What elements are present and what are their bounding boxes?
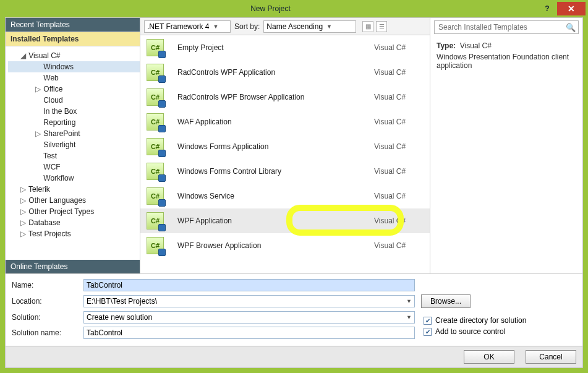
- template-language: Visual C#: [374, 241, 424, 250]
- tree-item[interactable]: Reporting: [8, 117, 140, 128]
- solution-value: Create new solution: [87, 313, 152, 322]
- tree-item[interactable]: ▷ Office: [8, 84, 140, 95]
- tree-item[interactable]: WCF: [8, 161, 140, 173]
- sortby-label: Sort by:: [234, 22, 260, 31]
- create-directory-checkbox[interactable]: ✔ Create directory for solution: [424, 316, 526, 325]
- template-language: Visual C#: [374, 43, 424, 52]
- framework-combo[interactable]: .NET Framework 4 ▼: [144, 20, 231, 33]
- template-name: WAF Application: [174, 118, 374, 126]
- solution-name-field[interactable]: [83, 327, 415, 339]
- twisty-icon: ▷: [35, 85, 41, 93]
- template-list[interactable]: C#Empty ProjectVisual C#C#RadControls WP…: [140, 35, 430, 273]
- chevron-down-icon: ▼: [406, 314, 412, 320]
- view-medium-icon[interactable]: ▦: [362, 21, 373, 32]
- templates-tree: ◢ Visual C# Windows Web▷ Office Cloud In…: [6, 46, 140, 260]
- tree-item[interactable]: ▷ Other Languages: [8, 195, 140, 206]
- solution-combo[interactable]: Create new solution ▼: [83, 311, 415, 324]
- twisty-icon: ▷: [20, 207, 27, 216]
- template-row[interactable]: C#WAF ApplicationVisual C#: [140, 109, 430, 134]
- tree-item[interactable]: Windows: [8, 61, 140, 72]
- framework-value: .NET Framework 4: [147, 22, 209, 31]
- checkbox-icon: ✔: [424, 317, 432, 325]
- tree-item[interactable]: Workflow: [8, 173, 140, 184]
- project-form: Name: Location: E:\HBT\Test Projects\ ▼ …: [6, 273, 582, 346]
- ok-button[interactable]: OK: [464, 350, 514, 364]
- twisty-icon: ▷: [20, 185, 27, 194]
- csharp-project-icon: C#: [147, 138, 164, 155]
- recent-templates-header[interactable]: Recent Templates: [6, 18, 140, 32]
- source-control-label: Add to source control: [435, 327, 505, 336]
- chevron-down-icon: ▼: [213, 24, 218, 30]
- help-icon[interactable]: ?: [541, 2, 553, 15]
- cancel-button[interactable]: Cancel: [526, 350, 576, 364]
- center-column: .NET Framework 4 ▼ Sort by: Name Ascendi…: [140, 18, 430, 273]
- search-icon[interactable]: 🔍: [566, 23, 576, 32]
- template-row[interactable]: C#Windows ServiceVisual C#: [140, 184, 430, 208]
- location-value: E:\HBT\Test Projects\: [87, 297, 157, 306]
- browse-button[interactable]: Browse...: [421, 294, 471, 308]
- template-row[interactable]: C#WPF ApplicationVisual C#: [140, 208, 430, 233]
- template-language: Visual C#: [374, 192, 424, 200]
- csharp-project-icon: C#: [147, 64, 164, 81]
- tree-item[interactable]: In the Box: [8, 106, 140, 117]
- tree-item[interactable]: Silverlight: [8, 139, 140, 150]
- tree-item[interactable]: Web: [8, 72, 140, 84]
- tree-item[interactable]: ▷ Telerik: [8, 184, 140, 195]
- template-name: Empty Project: [174, 43, 374, 52]
- tree-item[interactable]: Cloud: [8, 95, 140, 106]
- template-description: Windows Presentation Foundation client a…: [437, 53, 576, 70]
- online-templates-header[interactable]: Online Templates: [6, 260, 140, 273]
- dialog-footer: OK Cancel: [6, 346, 582, 367]
- view-buttons: ▦ ☰: [362, 21, 387, 32]
- info-pane: 🔍 Type: Visual C# Windows Presentation F…: [430, 18, 582, 273]
- tree-item[interactable]: ▷ SharePoint: [8, 128, 140, 139]
- tree-item[interactable]: ▷ Other Project Types: [8, 206, 140, 217]
- template-name: RadControls WPF Browser Application: [174, 93, 374, 101]
- solution-name-label: Solution name:: [12, 328, 83, 337]
- tree-item[interactable]: ◢ Visual C#: [8, 50, 140, 61]
- window-title: New Project: [0, 4, 541, 13]
- create-directory-label: Create directory for solution: [435, 316, 526, 325]
- twisty-icon: ▷: [20, 218, 27, 227]
- templates-sidebar: Recent Templates Installed Templates ◢ V…: [6, 18, 140, 273]
- search-input[interactable]: [437, 22, 566, 32]
- twisty-icon: ▷: [20, 196, 27, 205]
- template-language: Visual C#: [374, 167, 424, 176]
- template-name: WPF Browser Application: [174, 241, 374, 250]
- location-combo[interactable]: E:\HBT\Test Projects\ ▼: [83, 295, 415, 307]
- type-label: Type:: [437, 41, 456, 50]
- csharp-project-icon: C#: [147, 212, 164, 229]
- tree-item[interactable]: ▷ Test Projects: [8, 228, 140, 239]
- template-language: Visual C#: [374, 142, 424, 151]
- template-language: Visual C#: [374, 68, 424, 77]
- template-language: Visual C#: [374, 217, 424, 225]
- name-field[interactable]: [83, 279, 415, 291]
- source-control-checkbox[interactable]: ✔ Add to source control: [424, 327, 526, 336]
- template-row[interactable]: C#Empty ProjectVisual C#: [140, 35, 430, 60]
- template-row[interactable]: C#Windows Forms Control LibraryVisual C#: [140, 159, 430, 184]
- top-zone: Recent Templates Installed Templates ◢ V…: [6, 18, 582, 273]
- template-row[interactable]: C#RadControls WPF ApplicationVisual C#: [140, 60, 430, 85]
- template-row[interactable]: C#WPF Browser ApplicationVisual C#: [140, 233, 430, 258]
- csharp-project-icon: C#: [147, 237, 164, 254]
- tree-item[interactable]: Test: [8, 150, 140, 161]
- type-value: Visual C#: [460, 41, 492, 50]
- csharp-project-icon: C#: [147, 163, 164, 180]
- solution-label: Solution:: [12, 313, 83, 322]
- template-language: Visual C#: [374, 118, 424, 126]
- tree-item[interactable]: ▷ Database: [8, 217, 140, 228]
- name-label: Name:: [12, 281, 83, 289]
- sortby-combo[interactable]: Name Ascending ▼: [263, 20, 356, 33]
- twisty-icon: ▷: [35, 129, 41, 138]
- template-row[interactable]: C#Windows Forms ApplicationVisual C#: [140, 134, 430, 159]
- view-small-icon[interactable]: ☰: [376, 21, 387, 32]
- template-row[interactable]: C#RadControls WPF Browser ApplicationVis…: [140, 85, 430, 109]
- template-name: WPF Application: [174, 217, 374, 225]
- list-toolbar: .NET Framework 4 ▼ Sort by: Name Ascendi…: [140, 18, 430, 35]
- title-bar: New Project ? ✕: [0, 0, 588, 17]
- template-name: Windows Forms Control Library: [174, 167, 374, 176]
- close-icon[interactable]: ✕: [557, 2, 586, 15]
- installed-templates-header[interactable]: Installed Templates: [6, 32, 140, 46]
- search-box[interactable]: 🔍: [434, 20, 579, 34]
- twisty-icon: ▷: [20, 229, 27, 238]
